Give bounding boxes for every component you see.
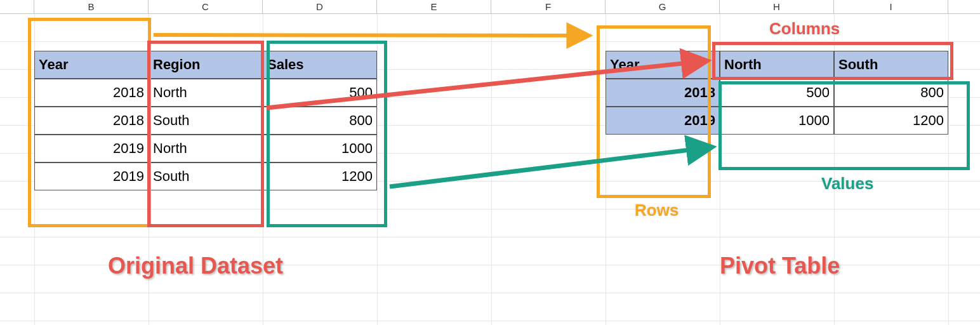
orig-cell[interactable]: South [149, 162, 263, 190]
col-H: H [720, 0, 834, 13]
label-values: Values [821, 174, 873, 194]
orig-cell[interactable]: 2019 [34, 162, 149, 190]
orig-cell[interactable]: 1200 [263, 162, 377, 190]
pivot-value[interactable]: 1200 [834, 107, 948, 135]
label-columns: Columns [769, 19, 840, 39]
orig-cell[interactable]: 2019 [34, 135, 149, 162]
col-G: G [606, 0, 720, 13]
col-E: E [377, 0, 491, 13]
col-C: C [149, 0, 263, 13]
pivot-value[interactable]: 500 [720, 79, 834, 107]
pivot-value[interactable]: 800 [834, 79, 948, 107]
pivot-value[interactable]: 1000 [720, 107, 834, 135]
orig-cell[interactable]: 500 [263, 79, 377, 107]
pivot-colheader-north[interactable]: North [720, 51, 834, 79]
label-rows: Rows [635, 201, 679, 220]
col-I: I [834, 0, 948, 13]
orig-header-year[interactable]: Year [34, 51, 149, 79]
pivot-colheader-south[interactable]: South [834, 51, 948, 79]
col-D: D [263, 0, 377, 13]
orig-cell[interactable]: 1000 [263, 135, 377, 162]
orig-header-region[interactable]: Region [149, 51, 263, 79]
pivot-rowheader[interactable]: 2019 [606, 107, 720, 135]
orig-cell[interactable]: 800 [263, 107, 377, 135]
orig-cell[interactable]: 2018 [34, 107, 149, 135]
orig-cell[interactable]: North [149, 79, 263, 107]
pivot-rowheader[interactable]: 2018 [606, 79, 720, 107]
orig-header-sales[interactable]: Sales [263, 51, 377, 79]
orig-cell[interactable]: South [149, 107, 263, 135]
orig-cell[interactable]: 2018 [34, 79, 149, 107]
label-pivot-table: Pivot Table [720, 253, 840, 279]
col-F: F [491, 0, 606, 13]
col-B: B [34, 0, 149, 13]
spreadsheet-column-headers: B C D E F G H I [0, 0, 980, 14]
pivot-corner[interactable]: Year [606, 51, 720, 79]
orig-cell[interactable]: North [149, 135, 263, 162]
label-original-dataset: Original Dataset [108, 253, 283, 279]
